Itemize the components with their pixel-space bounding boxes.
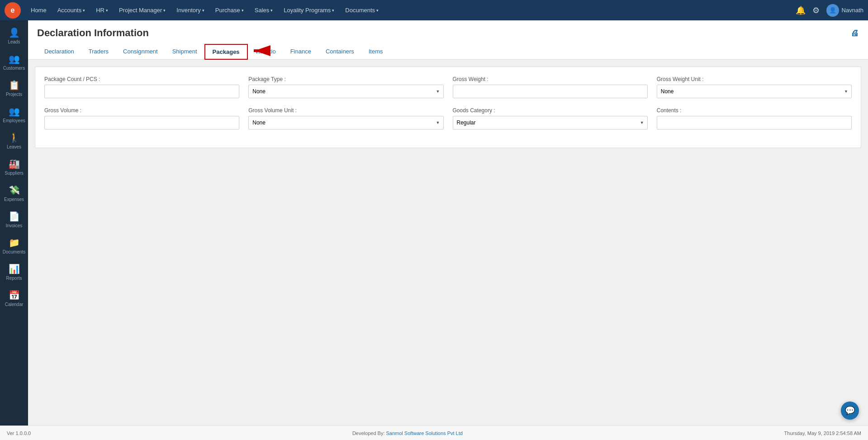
developer-link[interactable]: Sanmol Software Solutions Pvt Ltd <box>386 430 463 436</box>
version-label: Ver 1.0.0.0 <box>7 430 31 436</box>
tab-traders[interactable]: Traders <box>81 44 116 59</box>
gross-weight-unit-select[interactable]: None <box>657 85 852 98</box>
gross-weight-unit-select-wrapper: None <box>657 85 852 98</box>
nav-purchase[interactable]: Purchase ▾ <box>210 0 249 20</box>
sidebar-item-customers[interactable]: 👥 Customers <box>0 49 28 75</box>
tab-finance[interactable]: Finance <box>283 44 318 59</box>
invoices-icon: 📄 <box>9 211 20 222</box>
app-logo[interactable]: e <box>5 2 21 19</box>
chevron-down-icon: ▾ <box>242 8 244 13</box>
customers-icon: 👥 <box>9 53 20 64</box>
chevron-down-icon: ▾ <box>376 8 379 13</box>
nav-accounts[interactable]: Accounts ▾ <box>52 0 90 20</box>
form-area: Package Count / PCS : Package Type : Non… <box>35 67 861 148</box>
tab-containers[interactable]: Containers <box>318 44 361 59</box>
gross-volume-input[interactable] <box>44 116 239 129</box>
nav-right-actions: 🔔 ⚙ 👤 Navnath <box>796 4 863 17</box>
notifications-icon[interactable]: 🔔 <box>796 5 806 15</box>
package-type-select-wrapper: None <box>248 85 443 98</box>
package-count-field: Package Count / PCS : <box>44 76 239 98</box>
leaves-icon: 🚶 <box>9 132 20 143</box>
package-count-label: Package Count / PCS : <box>44 76 239 82</box>
nav-project-manager[interactable]: Project Manager ▾ <box>114 0 171 20</box>
page-title: Declaration Information 🖨 <box>37 27 859 39</box>
nav-loyalty[interactable]: Loyality Programs ▾ <box>278 0 340 20</box>
gross-weight-unit-label: Gross Weight Unit : <box>657 76 852 82</box>
form-row-2: Gross Volume : Gross Volume Unit : None … <box>44 107 852 129</box>
tab-packages[interactable]: Packages <box>204 44 248 60</box>
sidebar-item-leaves[interactable]: 🚶 Leaves <box>0 128 28 154</box>
chevron-down-icon: ▾ <box>202 8 204 13</box>
contents-input[interactable] <box>657 116 852 129</box>
gross-weight-field: Gross Weight : <box>453 76 648 98</box>
tabs-bar: Declaration Traders Consignment Shipment… <box>37 44 859 59</box>
chat-button[interactable]: 💬 <box>841 402 859 420</box>
chevron-down-icon: ▾ <box>106 8 108 13</box>
leads-icon: 👤 <box>9 27 20 38</box>
gross-volume-unit-select-wrapper: None <box>248 116 443 129</box>
contents-label: Contents : <box>657 107 852 114</box>
sidebar-item-documents[interactable]: 📁 Documents <box>0 233 28 259</box>
gross-weight-label: Gross Weight : <box>453 76 648 82</box>
gross-volume-unit-select[interactable]: None <box>248 116 443 129</box>
package-count-input[interactable] <box>44 85 239 98</box>
main-layout: 👤 Leads 👥 Customers 📋 Projects 👥 Employe… <box>0 20 868 426</box>
tab-declaration[interactable]: Declaration <box>37 44 81 59</box>
settings-icon[interactable]: ⚙ <box>812 5 820 15</box>
projects-icon: 📋 <box>9 80 20 91</box>
nav-sales[interactable]: Sales ▾ <box>249 0 279 20</box>
sidebar-item-leads[interactable]: 👤 Leads <box>0 23 28 49</box>
packages-tab-wrapper: Packages <box>204 48 248 55</box>
suppliers-icon: 🏭 <box>9 158 20 169</box>
sidebar: 👤 Leads 👥 Customers 📋 Projects 👥 Employe… <box>0 20 28 426</box>
chevron-down-icon: ▾ <box>270 8 273 13</box>
form-row-1: Package Count / PCS : Package Type : Non… <box>44 76 852 98</box>
nav-inventory[interactable]: Inventory ▾ <box>171 0 209 20</box>
sidebar-item-calendar[interactable]: 📅 Calendar <box>0 285 28 311</box>
gross-volume-field: Gross Volume : <box>44 107 239 129</box>
chevron-down-icon: ▾ <box>83 8 85 13</box>
sidebar-item-suppliers[interactable]: 🏭 Suppliers <box>0 154 28 180</box>
footer: Ver 1.0.0.0 Developed By: Sanmol Softwar… <box>0 426 868 440</box>
print-icon[interactable]: 🖨 <box>851 29 859 38</box>
nav-hr[interactable]: HR ▾ <box>90 0 114 20</box>
sidebar-item-invoices[interactable]: 📄 Invoices <box>0 206 28 233</box>
gross-volume-label: Gross Volume : <box>44 107 239 114</box>
tab-valuation[interactable]: Valuatio <box>248 44 283 59</box>
tab-items[interactable]: Items <box>361 44 390 59</box>
developer-info: Developed By: Sanmol Software Solutions … <box>352 430 463 436</box>
gross-weight-input[interactable] <box>453 85 648 98</box>
chevron-down-icon: ▾ <box>163 8 166 13</box>
sidebar-item-reports[interactable]: 📊 Reports <box>0 259 28 285</box>
goods-category-select[interactable]: Regular <box>453 116 648 129</box>
employees-icon: 👥 <box>9 106 20 117</box>
tab-shipment[interactable]: Shipment <box>165 44 204 59</box>
gross-weight-unit-field: Gross Weight Unit : None <box>657 76 852 98</box>
user-menu[interactable]: 👤 Navnath <box>826 4 863 17</box>
package-type-select[interactable]: None <box>248 85 443 98</box>
sidebar-item-employees[interactable]: 👥 Employees <box>0 101 28 128</box>
nav-documents[interactable]: Documents ▾ <box>340 0 384 20</box>
avatar: 👤 <box>826 4 839 17</box>
nav-home[interactable]: Home <box>25 0 52 20</box>
package-type-field: Package Type : None <box>248 76 443 98</box>
chevron-down-icon: ▾ <box>332 8 334 13</box>
gross-volume-unit-field: Gross Volume Unit : None <box>248 107 443 129</box>
sidebar-item-expenses[interactable]: 💸 Expenses <box>0 180 28 206</box>
package-type-label: Package Type : <box>248 76 443 82</box>
tab-consignment[interactable]: Consignment <box>116 44 165 59</box>
footer-date: Thursday, May 9, 2019 2:54:58 AM <box>784 430 861 436</box>
calendar-icon: 📅 <box>9 290 20 301</box>
sidebar-item-projects[interactable]: 📋 Projects <box>0 75 28 101</box>
goods-category-field: Goods Category : Regular <box>453 107 648 129</box>
goods-category-label: Goods Category : <box>453 107 648 114</box>
page-header: Declaration Information 🖨 Declaration Tr… <box>28 20 868 60</box>
contents-field: Contents : <box>657 107 852 129</box>
goods-category-select-wrapper: Regular <box>453 116 648 129</box>
reports-icon: 📊 <box>9 263 20 274</box>
documents-icon: 📁 <box>9 237 20 248</box>
chat-icon: 💬 <box>845 406 855 416</box>
expenses-icon: 💸 <box>9 185 20 196</box>
top-navigation: e Home Accounts ▾ HR ▾ Project Manager ▾… <box>0 0 868 20</box>
nav-menu: Home Accounts ▾ HR ▾ Project Manager ▾ I… <box>25 0 796 20</box>
